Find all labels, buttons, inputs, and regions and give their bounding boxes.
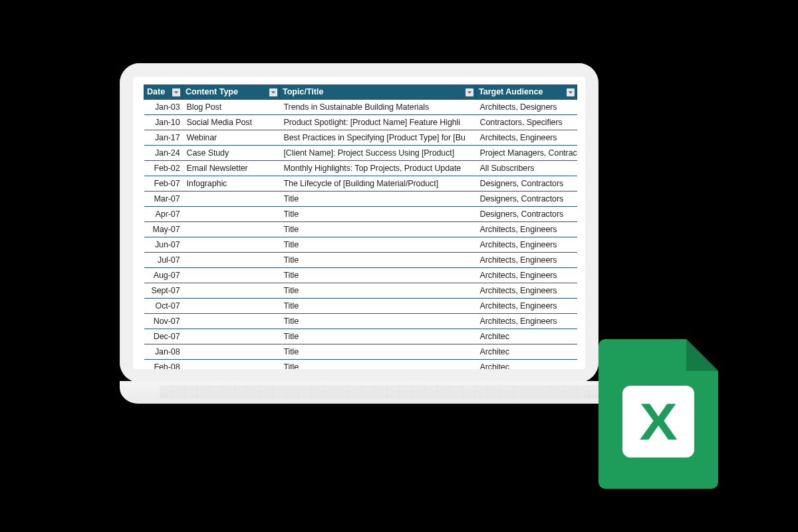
table-row[interactable]: Jan-17WebinarBest Practices in Specifyin… bbox=[144, 130, 577, 146]
cell-topic[interactable]: Best Practices in Specifying [Product Ty… bbox=[280, 130, 476, 146]
cell-topic[interactable]: Title bbox=[280, 222, 476, 237]
cell-audience[interactable]: Designers, Contractors bbox=[476, 176, 577, 192]
table-row[interactable]: Jan-24Case Study[Client Name]: Project S… bbox=[144, 146, 577, 161]
cell-date[interactable]: Feb-02 bbox=[144, 161, 183, 176]
cell-topic[interactable]: Title bbox=[280, 344, 476, 360]
table-row[interactable]: Nov-07TitleArchitects, Engineers bbox=[144, 314, 577, 329]
cell-topic[interactable]: Trends in Sustainable Building Materials bbox=[280, 100, 476, 115]
cell-audience[interactable]: Architects, Engineers bbox=[476, 237, 577, 253]
cell-content-type[interactable] bbox=[183, 207, 280, 222]
table-row[interactable]: Apr-07TitleDesigners, Contractors bbox=[144, 207, 577, 222]
cell-audience[interactable]: Architects, Engineers bbox=[476, 130, 577, 146]
cell-audience[interactable]: Architects, Designers bbox=[476, 100, 577, 115]
cell-content-type[interactable] bbox=[183, 344, 280, 360]
cell-date[interactable]: Jan-03 bbox=[144, 100, 183, 115]
cell-content-type[interactable] bbox=[183, 268, 280, 283]
cell-content-type[interactable] bbox=[183, 299, 280, 314]
table-row[interactable]: Sept-07TitleArchitects, Engineers bbox=[144, 283, 577, 299]
cell-date[interactable]: Feb-07 bbox=[144, 176, 183, 192]
column-header-date[interactable]: Date bbox=[144, 84, 183, 100]
cell-content-type[interactable]: Email Newsletter bbox=[183, 161, 280, 176]
cell-content-type[interactable] bbox=[183, 360, 280, 370]
cell-content-type[interactable] bbox=[183, 253, 280, 268]
table-row[interactable]: Jan-10Social Media PostProduct Spotlight… bbox=[144, 115, 577, 130]
cell-audience[interactable]: Designers, Contractors bbox=[476, 207, 577, 222]
table-row[interactable]: Jul-07TitleArchitects, Engineers bbox=[144, 253, 577, 268]
cell-date[interactable]: Jun-07 bbox=[144, 237, 183, 253]
table-row[interactable]: Aug-07TitleArchitects, Engineers bbox=[144, 268, 577, 283]
cell-topic[interactable]: Monthly Highlights: Top Projects, Produc… bbox=[280, 161, 476, 176]
cell-content-type[interactable] bbox=[183, 192, 280, 207]
column-header-audience[interactable]: Target Audience bbox=[476, 84, 577, 100]
cell-topic[interactable]: Title bbox=[280, 207, 476, 222]
cell-date[interactable]: Nov-07 bbox=[144, 314, 183, 329]
table-row[interactable]: Dec-07TitleArchitec bbox=[144, 329, 577, 344]
table-row[interactable]: Feb-02Email NewsletterMonthly Highlights… bbox=[144, 161, 577, 176]
cell-date[interactable]: May-07 bbox=[144, 222, 183, 237]
cell-topic[interactable]: [Client Name]: Project Success Using [Pr… bbox=[280, 146, 476, 161]
cell-content-type[interactable]: Blog Post bbox=[183, 100, 280, 115]
cell-topic[interactable]: Title bbox=[280, 314, 476, 329]
cell-audience[interactable]: Architec bbox=[476, 329, 577, 344]
filter-dropdown-icon[interactable] bbox=[269, 88, 277, 96]
cell-audience[interactable]: All Subscribers bbox=[476, 161, 577, 176]
cell-topic[interactable]: The Lifecycle of [Building Material/Prod… bbox=[280, 176, 476, 192]
excel-file-page: X bbox=[598, 339, 718, 489]
cell-date[interactable]: Jan-17 bbox=[144, 130, 183, 146]
cell-topic[interactable]: Title bbox=[280, 283, 476, 299]
cell-topic[interactable]: Title bbox=[280, 360, 476, 370]
cell-content-type[interactable]: Infographic bbox=[183, 176, 280, 192]
cell-content-type[interactable] bbox=[183, 314, 280, 329]
cell-audience[interactable]: Contractors, Specifiers bbox=[476, 115, 577, 130]
cell-date[interactable]: Apr-07 bbox=[144, 207, 183, 222]
cell-content-type[interactable] bbox=[183, 222, 280, 237]
column-header-content-type[interactable]: Content Type bbox=[183, 84, 280, 100]
cell-date[interactable]: Jan-24 bbox=[144, 146, 183, 161]
column-header-topic[interactable]: Topic/Title bbox=[280, 84, 476, 100]
cell-date[interactable]: Jan-10 bbox=[144, 115, 183, 130]
cell-audience[interactable]: Architects, Engineers bbox=[476, 222, 577, 237]
table-row[interactable]: Feb-07InfographicThe Lifecycle of [Build… bbox=[144, 176, 577, 192]
table-row[interactable]: Mar-07TitleDesigners, Contractors bbox=[144, 192, 577, 207]
cell-date[interactable]: Sept-07 bbox=[144, 283, 183, 299]
filter-dropdown-icon[interactable] bbox=[172, 88, 180, 96]
cell-content-type[interactable] bbox=[183, 283, 280, 299]
cell-date[interactable]: Oct-07 bbox=[144, 299, 183, 314]
cell-date[interactable]: Jan-08 bbox=[144, 344, 183, 360]
cell-topic[interactable]: Title bbox=[280, 299, 476, 314]
cell-audience[interactable]: Architec bbox=[476, 344, 577, 360]
table-row[interactable]: Oct-07TitleArchitects, Engineers bbox=[144, 299, 577, 314]
cell-audience[interactable]: Designers, Contractors bbox=[476, 192, 577, 207]
cell-content-type[interactable] bbox=[183, 237, 280, 253]
cell-audience[interactable]: Architects, Engineers bbox=[476, 283, 577, 299]
table-row[interactable]: Jan-03Blog PostTrends in Sustainable Bui… bbox=[144, 100, 577, 115]
cell-content-type[interactable]: Social Media Post bbox=[183, 115, 280, 130]
cell-topic[interactable]: Title bbox=[280, 329, 476, 344]
table-row[interactable]: Feb-08TitleArchitec bbox=[144, 360, 577, 370]
filter-dropdown-icon[interactable] bbox=[466, 88, 473, 96]
filter-dropdown-icon[interactable] bbox=[567, 88, 575, 96]
cell-content-type[interactable]: Webinar bbox=[183, 130, 280, 146]
cell-audience[interactable]: Architects, Engineers bbox=[476, 268, 577, 283]
table-row[interactable]: Jan-08TitleArchitec bbox=[144, 344, 577, 360]
cell-topic[interactable]: Title bbox=[280, 192, 476, 207]
laptop-shadow bbox=[120, 402, 678, 422]
cell-audience[interactable]: Architects, Engineers bbox=[476, 299, 577, 314]
cell-date[interactable]: Feb-08 bbox=[144, 360, 183, 370]
table-row[interactable]: May-07TitleArchitects, Engineers bbox=[144, 222, 577, 237]
cell-content-type[interactable] bbox=[183, 329, 280, 344]
table-row[interactable]: Jun-07TitleArchitects, Engineers bbox=[144, 237, 577, 253]
cell-date[interactable]: Aug-07 bbox=[144, 268, 183, 283]
cell-date[interactable]: Mar-07 bbox=[144, 192, 183, 207]
cell-content-type[interactable]: Case Study bbox=[183, 146, 280, 161]
cell-topic[interactable]: Title bbox=[280, 268, 476, 283]
cell-topic[interactable]: Product Spotlight: [Product Name] Featur… bbox=[280, 115, 476, 130]
cell-audience[interactable]: Architects, Engineers bbox=[476, 253, 577, 268]
cell-topic[interactable]: Title bbox=[280, 253, 476, 268]
cell-date[interactable]: Dec-07 bbox=[144, 329, 183, 344]
cell-audience[interactable]: Project Managers, Contracto bbox=[476, 146, 577, 161]
cell-date[interactable]: Jul-07 bbox=[144, 253, 183, 268]
cell-audience[interactable]: Architects, Engineers bbox=[476, 314, 577, 329]
cell-topic[interactable]: Title bbox=[280, 237, 476, 253]
cell-audience[interactable]: Architec bbox=[476, 360, 577, 370]
